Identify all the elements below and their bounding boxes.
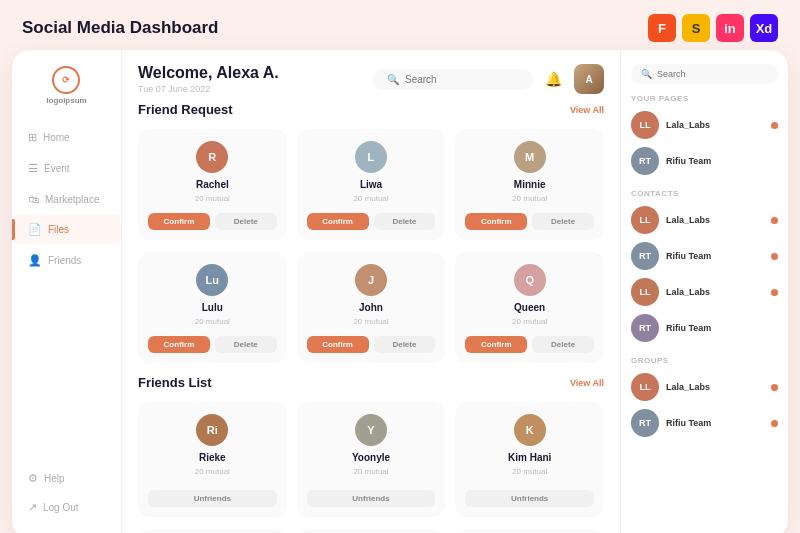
- sidebar-label-friends: Friends: [48, 255, 81, 266]
- friend-requests-header: Friend Request View All: [138, 102, 604, 117]
- logout-icon: ↗: [28, 501, 37, 514]
- panel-search-input[interactable]: [657, 69, 768, 79]
- sidebar-label-marketplace: Marketplace: [45, 194, 99, 205]
- name-rachel: Rachel: [196, 179, 229, 190]
- page-name-lala: Lala_Labs: [666, 120, 764, 130]
- unfriend-kimhani-button[interactable]: Unfriends: [465, 490, 594, 507]
- confirm-liwa-button[interactable]: Confirm: [307, 213, 369, 230]
- sketch-icon[interactable]: S: [682, 14, 710, 42]
- friend-request-card-liwa: L Liwa 20 mutual Confirm Delete: [297, 129, 446, 240]
- contact-avatar-1: RT: [631, 242, 659, 270]
- group-item-0[interactable]: LL Lala_Labs: [631, 369, 778, 405]
- logo-text: logoipsum: [46, 96, 86, 105]
- unfriend-yoonyle-button[interactable]: Unfriends: [307, 490, 436, 507]
- contact-name-3: Rifiu Team: [666, 323, 778, 333]
- page-avatar-rifiu: RT: [631, 147, 659, 175]
- mutual-lulu: 20 mutual: [195, 317, 230, 326]
- notification-bell-icon[interactable]: 🔔: [545, 71, 562, 87]
- sidebar-item-files[interactable]: 📄 Files: [12, 215, 121, 244]
- name-lulu: Lulu: [202, 302, 223, 313]
- confirm-rachel-button[interactable]: Confirm: [148, 213, 210, 230]
- sidebar-label-event: Event: [44, 163, 70, 174]
- contact-item-3[interactable]: RT Rifiu Team: [631, 310, 778, 346]
- contact-item-2[interactable]: LL Lala_Labs: [631, 274, 778, 310]
- logo-area: ⟳ logoipsum: [46, 66, 86, 105]
- friend-card-zidan: Zi Zidan 20 mutual Unfriends: [455, 529, 604, 533]
- group-name-0: Lala_Labs: [666, 382, 764, 392]
- unfriend-rieke-button[interactable]: Unfriends: [148, 490, 277, 507]
- panel-search-icon: 🔍: [641, 69, 652, 79]
- sidebar-label-help: Help: [44, 473, 65, 484]
- sidebar-item-marketplace[interactable]: 🛍 Marketplace: [12, 185, 121, 213]
- confirm-lulu-button[interactable]: Confirm: [148, 336, 210, 353]
- online-dot-contact-0: [771, 217, 778, 224]
- friend-card-kimhani: K Kim Hani 20 mutual Unfriends: [455, 402, 604, 517]
- search-icon: 🔍: [387, 74, 399, 85]
- confirm-queen-button[interactable]: Confirm: [465, 336, 527, 353]
- group-avatar-0: LL: [631, 373, 659, 401]
- search-input[interactable]: [405, 74, 515, 85]
- page-name-rifiu: Rifiu Team: [666, 156, 778, 166]
- delete-john-button[interactable]: Delete: [374, 336, 436, 353]
- confirm-john-button[interactable]: Confirm: [307, 336, 369, 353]
- contact-item-0[interactable]: LL Lala_Labs: [631, 202, 778, 238]
- sidebar-item-event[interactable]: ☰ Event: [12, 154, 121, 183]
- welcome-date: Tue 07 June 2022: [138, 84, 361, 94]
- avatar-john: J: [355, 264, 387, 296]
- confirm-minnie-button[interactable]: Confirm: [465, 213, 527, 230]
- sidebar-item-home[interactable]: ⊞ Home: [12, 123, 121, 152]
- contacts-section: Contacts LL Lala_Labs RT Rifiu Team LL L…: [631, 189, 778, 346]
- friend-requests-title: Friend Request: [138, 102, 233, 117]
- name-liwa: Liwa: [360, 179, 382, 190]
- header-search-box[interactable]: 🔍: [373, 69, 533, 90]
- mutual-john: 20 mutual: [353, 317, 388, 326]
- sidebar-item-help[interactable]: ⚙ Help: [12, 464, 121, 493]
- friend-requests-row-1: R Rachel 20 mutual Confirm Delete L Liwa…: [138, 129, 604, 240]
- figma-icon[interactable]: F: [648, 14, 676, 42]
- sidebar-item-friends[interactable]: 👤 Friends: [12, 246, 121, 275]
- page-avatar-lala: LL: [631, 111, 659, 139]
- panel-search-box[interactable]: 🔍: [631, 64, 778, 84]
- friend-requests-row-2: Lu Lulu 20 mutual Confirm Delete J John …: [138, 252, 604, 363]
- your-pages-section: YOUR PAGES LL Lala_Labs RT Rifiu Team: [631, 94, 778, 179]
- friend-card-zacky: Z Zacky 20 mutual Unfriends: [297, 529, 446, 533]
- content-header: Welcome, Alexa A. Tue 07 June 2022 🔍 🔔 A: [122, 50, 620, 102]
- friends-list-view-all[interactable]: View All: [570, 378, 604, 388]
- friend-requests-view-all[interactable]: View All: [570, 105, 604, 115]
- page-item-lala[interactable]: LL Lala_Labs: [631, 107, 778, 143]
- friends-list-header: Friends List View All: [138, 375, 604, 390]
- group-item-1[interactable]: RT Rifiu Team: [631, 405, 778, 441]
- xd-icon[interactable]: Xd: [750, 14, 778, 42]
- mutual-kimhani: 20 mutual: [512, 467, 547, 476]
- delete-queen-button[interactable]: Delete: [532, 336, 594, 353]
- friends-list-section: Friends List View All Ri Rieke 20 mutual…: [138, 375, 604, 533]
- contact-item-1[interactable]: RT Rifiu Team: [631, 238, 778, 274]
- friends-list-row-2: T Teresa 20 mutual Unfriends Z Zacky 20 …: [138, 529, 604, 533]
- welcome-name: Welcome, Alexa A.: [138, 64, 361, 82]
- sidebar-label-files: Files: [48, 224, 69, 235]
- avatar-minnie: M: [514, 141, 546, 173]
- mutual-queen: 20 mutual: [512, 317, 547, 326]
- contact-name-1: Rifiu Team: [666, 251, 764, 261]
- friends-list-row-1: Ri Rieke 20 mutual Unfriends Y Yoonyle 2…: [138, 402, 604, 517]
- friend-request-card-rachel: R Rachel 20 mutual Confirm Delete: [138, 129, 287, 240]
- logo-icon: ⟳: [52, 66, 80, 94]
- contact-name-2: Lala_Labs: [666, 287, 764, 297]
- friend-request-card-queen: Q Queen 20 mutual Confirm Delete: [455, 252, 604, 363]
- delete-liwa-button[interactable]: Delete: [374, 213, 436, 230]
- invision-icon[interactable]: in: [716, 14, 744, 42]
- name-kimhani: Kim Hani: [508, 452, 551, 463]
- right-panel: 🔍 YOUR PAGES LL Lala_Labs RT Rifiu Team …: [620, 50, 788, 533]
- page-item-rifiu[interactable]: RT Rifiu Team: [631, 143, 778, 179]
- contacts-title: Contacts: [631, 189, 778, 198]
- name-yoonyle: Yoonyle: [352, 452, 390, 463]
- actions-john: Confirm Delete: [307, 336, 436, 353]
- delete-lulu-button[interactable]: Delete: [215, 336, 277, 353]
- sidebar-item-logout[interactable]: ↗ Log Out: [12, 493, 121, 522]
- mutual-rachel: 20 mutual: [195, 194, 230, 203]
- contact-avatar-3: RT: [631, 314, 659, 342]
- online-dot-group-1: [771, 420, 778, 427]
- avatar-rieke: Ri: [196, 414, 228, 446]
- delete-minnie-button[interactable]: Delete: [532, 213, 594, 230]
- delete-rachel-button[interactable]: Delete: [215, 213, 277, 230]
